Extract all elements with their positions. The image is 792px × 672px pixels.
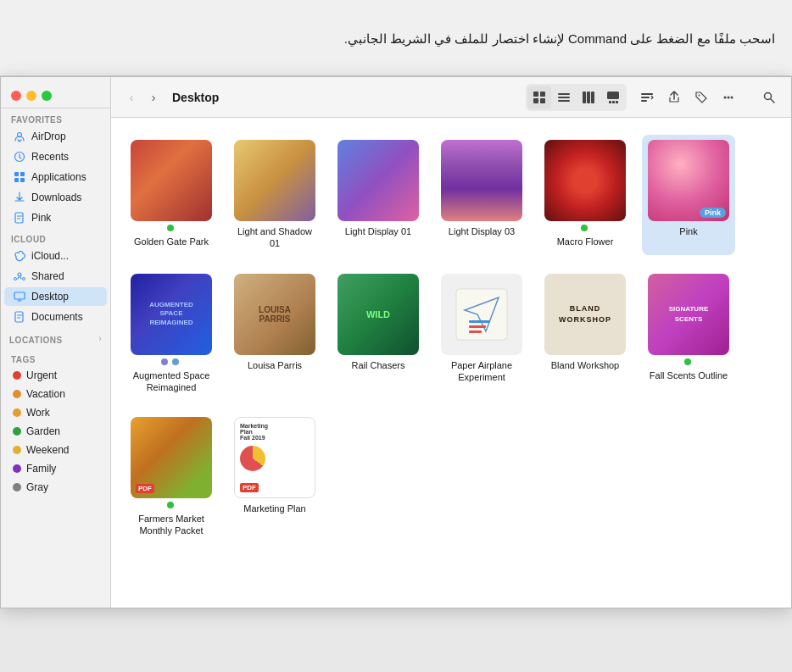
list-item[interactable]: LOUISAPARRIS Louisa Parris bbox=[228, 269, 321, 399]
list-item[interactable]: PDF Farmers Market Monthly Packet bbox=[125, 412, 218, 542]
sidebar-item-label: iCloud... bbox=[31, 250, 69, 262]
svg-line-34 bbox=[771, 99, 774, 103]
locations-arrow[interactable]: › bbox=[98, 333, 102, 343]
view-gallery-button[interactable] bbox=[601, 86, 625, 109]
back-button[interactable]: ‹ bbox=[121, 87, 142, 108]
more-button[interactable] bbox=[717, 86, 740, 109]
svg-rect-20 bbox=[587, 92, 590, 103]
file-name: Fall Scents Outline bbox=[650, 369, 728, 381]
sidebar-item-applications[interactable]: Applications bbox=[4, 168, 107, 186]
sidebar-item-desktop[interactable]: Desktop bbox=[4, 287, 107, 306]
list-item[interactable]: Light Display 01 bbox=[332, 135, 425, 255]
file-thumbnail bbox=[544, 140, 626, 221]
work-dot bbox=[13, 408, 21, 417]
list-item[interactable]: Light Display 03 bbox=[435, 135, 528, 255]
file-name: Farmers Market Monthly Packet bbox=[130, 513, 213, 537]
list-item[interactable]: WILD Rail Chasers bbox=[332, 269, 425, 399]
file-thumbnail: WILD bbox=[337, 274, 419, 355]
documents-icon bbox=[13, 310, 26, 324]
svg-rect-28 bbox=[641, 100, 647, 102]
list-item[interactable]: Paper Airplane Experiment bbox=[435, 269, 528, 399]
forward-button[interactable]: › bbox=[143, 87, 164, 108]
share-button[interactable] bbox=[662, 86, 686, 109]
svg-rect-23 bbox=[609, 101, 611, 103]
list-item[interactable]: AUGMENTEDSPACEREIMAGINED Augmented Space… bbox=[125, 269, 218, 399]
finder-window: Favorites AirDrop Recents Applications D… bbox=[0, 76, 792, 608]
close-button[interactable] bbox=[11, 91, 21, 101]
file-label-row bbox=[161, 358, 181, 365]
sidebar-item-work[interactable]: Work bbox=[4, 404, 107, 421]
locations-section: Locations › bbox=[1, 327, 110, 348]
pink-badge: Pink bbox=[700, 208, 726, 218]
list-item[interactable]: Macro Flower bbox=[538, 135, 632, 255]
sidebar-item-urgent[interactable]: Urgent bbox=[4, 367, 107, 384]
list-item[interactable]: Pink Pink bbox=[642, 135, 735, 255]
list-item[interactable]: Light and Shadow 01 bbox=[228, 135, 321, 255]
svg-rect-27 bbox=[641, 97, 650, 98]
sidebar-item-garden[interactable]: Garden bbox=[4, 423, 107, 440]
doc-icon bbox=[13, 211, 26, 225]
sidebar-item-label: Gray bbox=[26, 481, 48, 493]
svg-rect-13 bbox=[540, 92, 545, 97]
airdrop-icon bbox=[13, 130, 26, 143]
shared-icon bbox=[13, 269, 26, 283]
icloud-label: iCloud bbox=[1, 228, 110, 246]
file-thumbnail bbox=[337, 140, 419, 221]
minimize-button[interactable] bbox=[26, 91, 36, 101]
file-name: Marketing Plan bbox=[243, 503, 305, 514]
view-list-button[interactable] bbox=[552, 86, 576, 109]
sidebar-item-icloud[interactable]: iCloud... bbox=[4, 247, 107, 265]
favorites-label: Favorites bbox=[1, 108, 110, 126]
tag-button[interactable] bbox=[689, 86, 713, 109]
svg-point-8 bbox=[14, 278, 17, 280]
sidebar-item-recents[interactable]: Recents bbox=[4, 147, 107, 166]
file-name: Golden Gate Park bbox=[134, 236, 209, 247]
svg-rect-4 bbox=[14, 178, 19, 182]
svg-rect-24 bbox=[612, 101, 615, 103]
view-grid-button[interactable] bbox=[527, 86, 551, 109]
svg-point-29 bbox=[699, 94, 700, 96]
list-item[interactable]: MarketingPlanFall 2019 PDF Marketing Pla… bbox=[228, 412, 321, 542]
list-item[interactable]: Golden Gate Park bbox=[125, 135, 218, 255]
sidebar-item-gray[interactable]: Gray bbox=[4, 479, 107, 496]
file-dot bbox=[167, 502, 174, 508]
sidebar-item-label: Garden bbox=[26, 425, 60, 437]
sidebar-item-airdrop[interactable]: AirDrop bbox=[4, 127, 107, 146]
file-name: Macro Flower bbox=[557, 236, 614, 247]
sidebar-item-pink[interactable]: Pink bbox=[4, 208, 107, 227]
tags-label: Tags bbox=[1, 348, 110, 366]
svg-rect-2 bbox=[14, 172, 19, 176]
svg-rect-10 bbox=[14, 292, 25, 299]
window-controls bbox=[1, 84, 110, 108]
file-thumbnail: LOUISAPARRIS bbox=[234, 274, 315, 355]
file-dot bbox=[684, 358, 691, 365]
desktop-icon bbox=[13, 290, 26, 303]
sidebar-item-label: Weekend bbox=[26, 444, 69, 456]
sidebar-item-family[interactable]: Family bbox=[4, 460, 107, 477]
file-name: Rail Chasers bbox=[352, 359, 405, 371]
search-button[interactable] bbox=[757, 86, 781, 109]
file-name: Louisa Parris bbox=[248, 359, 302, 371]
sidebar-item-label: Vacation bbox=[26, 388, 65, 400]
file-thumbnail: AUGMENTEDSPACEREIMAGINED bbox=[131, 274, 212, 355]
svg-rect-17 bbox=[558, 97, 570, 98]
maximize-button[interactable] bbox=[42, 91, 52, 101]
file-grid: Golden Gate Park Light and Shadow 01 Lig… bbox=[111, 118, 791, 608]
sidebar-item-documents[interactable]: Documents bbox=[4, 308, 107, 326]
sidebar-item-label: Urgent bbox=[26, 369, 57, 381]
svg-rect-18 bbox=[558, 100, 570, 102]
sidebar-item-shared[interactable]: Shared bbox=[4, 267, 107, 286]
group-button[interactable] bbox=[635, 86, 659, 109]
pdf-badge: PDF bbox=[136, 484, 154, 493]
view-columns-button[interactable] bbox=[577, 86, 600, 109]
sidebar-item-label: Desktop bbox=[31, 291, 69, 303]
locations-label: Locations bbox=[9, 329, 63, 347]
list-item[interactable]: SIGNATURESCENTS Fall Scents Outline bbox=[642, 269, 735, 399]
gray-dot bbox=[13, 483, 21, 492]
toolbar: ‹ › Desktop bbox=[111, 77, 791, 118]
sidebar-item-downloads[interactable]: Downloads bbox=[4, 188, 107, 207]
sidebar-item-vacation[interactable]: Vacation bbox=[4, 386, 107, 403]
list-item[interactable]: BLANDWORKSHOP Bland Workshop bbox=[538, 269, 632, 399]
file-label-row bbox=[684, 358, 694, 365]
sidebar-item-weekend[interactable]: Weekend bbox=[4, 442, 107, 458]
